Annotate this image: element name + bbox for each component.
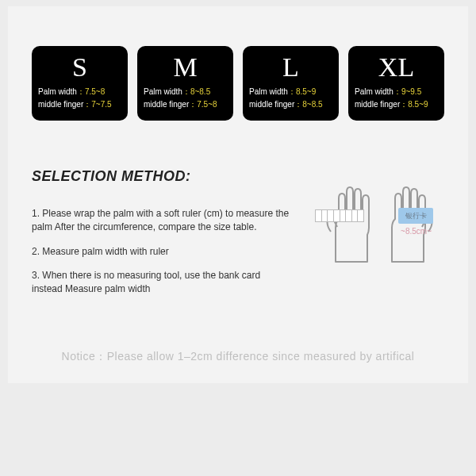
step-3: 3. When there is no measuring tool, use …: [32, 269, 294, 296]
bank-card-label: 银行卡: [398, 208, 433, 224]
palm-width-line: Palm width：8~8.5: [144, 86, 227, 98]
middle-finger-line: middle finger：7~7.5: [38, 98, 121, 111]
selection-method-section: SELECTION METHOD: 1. Please wrap the pal…: [32, 168, 444, 307]
palm-width-measure-text: ~8.5cm~: [401, 227, 432, 236]
selection-method-text: SELECTION METHOD: 1. Please wrap the pal…: [32, 168, 298, 307]
size-card-m: M Palm width：8~8.5 middle finger：7.5~8: [137, 46, 233, 121]
hand-left-icon: [320, 184, 375, 263]
middle-finger-line: middle finger：8~8.5: [249, 98, 332, 111]
size-guide-document: S Palm width：7.5~8 middle finger：7~7.5 M…: [8, 6, 468, 383]
size-card-s: S Palm width：7.5~8 middle finger：7~7.5: [32, 46, 128, 121]
size-card-xl: XL Palm width：9~9.5 middle finger：8.5~9: [348, 46, 444, 121]
size-letter: XL: [355, 54, 438, 81]
palm-width-line: Palm width：7.5~8: [38, 86, 121, 98]
palm-width-line: Palm width：9~9.5: [355, 86, 438, 98]
middle-finger-line: middle finger：8.5~9: [355, 98, 438, 111]
palm-width-line: Palm width：8.5~9: [249, 86, 332, 98]
selection-method-title: SELECTION METHOD:: [32, 168, 298, 185]
hand-illustration: 银行卡 ~8.5cm~: [313, 168, 444, 271]
hand-right-icon: [382, 184, 438, 263]
size-letter: S: [38, 54, 121, 81]
notice-text: Notice：Please allow 1–2cm difference sin…: [8, 350, 468, 364]
step-1: 1. Please wrap the palm with a soft rule…: [32, 207, 294, 234]
step-2: 2. Measure palm width with ruler: [32, 245, 294, 259]
size-cards-row: S Palm width：7.5~8 middle finger：7~7.5 M…: [32, 46, 444, 121]
middle-finger-line: middle finger：7.5~8: [144, 98, 227, 111]
size-letter: L: [249, 54, 332, 81]
ruler-icon: [315, 209, 364, 222]
size-letter: M: [144, 54, 227, 81]
size-card-l: L Palm width：8.5~9 middle finger：8~8.5: [243, 46, 339, 121]
